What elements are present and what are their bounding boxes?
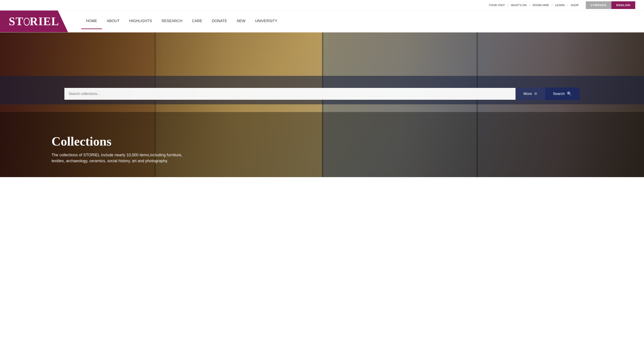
search-label: Search	[553, 92, 565, 96]
lang-cymraeg-button[interactable]: CYMRAEG	[586, 1, 612, 9]
nav-home[interactable]: HOME	[81, 14, 102, 29]
nav-about[interactable]: ABOUT	[102, 14, 124, 29]
search-icon: 🔍	[567, 91, 572, 96]
nav-donate[interactable]: DONATE	[207, 14, 232, 29]
search-input[interactable]	[64, 88, 516, 100]
more-button[interactable]: More ⚙	[516, 88, 545, 100]
nav-new[interactable]: NEW	[232, 14, 250, 29]
hero-section: More ⚙ Search 🔍 Collections The collecti…	[0, 33, 644, 177]
gear-icon: ⚙	[534, 92, 537, 96]
search-input-wrap	[64, 88, 516, 100]
logo-area: STRIEL	[0, 11, 68, 32]
top-bar-room-hire[interactable]: ROOM HIRE	[530, 4, 552, 7]
more-label: More	[524, 92, 532, 96]
nav-care[interactable]: CARE	[187, 14, 207, 29]
nav-research[interactable]: RESEARCH	[157, 14, 187, 29]
nav-links: HOME ABOUT HIGHLIGHTS RESEARCH CARE DONA…	[81, 11, 282, 32]
nav-highlights[interactable]: HIGHLIGHTS	[124, 14, 157, 29]
header: STRIEL HOME ABOUT HIGHLIGHTS RESEARCH CA…	[0, 11, 644, 33]
top-bar-links: YOUR VISIT / WHAT'S ON / ROOM HIRE / LEA…	[486, 4, 582, 7]
top-bar-shop[interactable]: SHOP	[568, 4, 582, 7]
lang-english-button[interactable]: ENGLISH	[612, 1, 635, 9]
collections-title: Collections	[52, 134, 183, 149]
search-button[interactable]: Search 🔍	[545, 87, 580, 100]
collections-description: The collections of STORIEL include nearl…	[52, 152, 183, 164]
top-bar-learn[interactable]: LEARN	[552, 4, 567, 7]
top-bar-whats-on[interactable]: WHAT'S ON	[508, 4, 529, 7]
nav-university[interactable]: UNIVERSITY	[250, 14, 282, 29]
main-nav: HOME ABOUT HIGHLIGHTS RESEARCH CARE DONA…	[68, 11, 644, 32]
collections-text-area: Collections The collections of STORIEL i…	[52, 134, 183, 164]
top-bar-your-visit[interactable]: YOUR VISIT	[486, 4, 508, 7]
top-bar: YOUR VISIT / WHAT'S ON / ROOM HIRE / LEA…	[0, 0, 644, 11]
search-container: More ⚙ Search 🔍	[64, 87, 580, 100]
logo[interactable]: STRIEL	[9, 15, 59, 28]
